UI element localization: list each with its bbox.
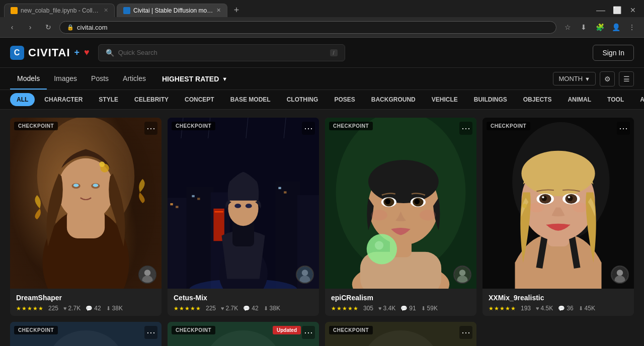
nav-articles[interactable]: Articles xyxy=(116,68,153,90)
new-tab-button[interactable]: + xyxy=(229,3,244,17)
svg-point-56 xyxy=(420,210,436,221)
model-card-bottom2[interactable]: CHECKPOINT Updated ⋯ xyxy=(168,322,319,346)
card-info-dreamshaer: DreamShaper ★ ★ ★ ★ ★ 225 ♥ 2.7K xyxy=(10,289,162,316)
rating-count-epic: 305 xyxy=(363,305,373,312)
stars-dreamshaer: ★ ★ ★ ★ ★ xyxy=(16,305,43,312)
address-bar: ‹ › ↻ 🔒 civitai.com ☆ ⬇ 🧩 👤 ⋮ xyxy=(0,17,644,37)
download-icon-epic: ⬇ xyxy=(421,305,426,312)
svg-point-6 xyxy=(73,184,79,187)
card-image-xxmix: CHECKPOINT ⋯ xyxy=(482,118,634,289)
cat-tool[interactable]: TOOL xyxy=(601,93,630,106)
svg-point-58 xyxy=(459,270,465,276)
url-text: civitai.com xyxy=(77,24,108,31)
cat-action[interactable]: ACTION xyxy=(633,93,644,106)
card-menu-xxmix[interactable]: ⋯ xyxy=(617,122,630,135)
minimize-button[interactable]: — xyxy=(594,3,608,17)
highest-rated-button[interactable]: HIGHEST RATED ▼ xyxy=(157,72,232,86)
comments-epic: 💬 91 xyxy=(400,305,416,312)
svg-point-53 xyxy=(367,234,397,264)
nav-models[interactable]: Models xyxy=(10,68,47,90)
menu-icon[interactable]: ⋮ xyxy=(625,20,639,34)
view-toggle-button[interactable]: ☰ xyxy=(619,71,634,86)
url-bar[interactable]: 🔒 civitai.com xyxy=(59,21,556,34)
model-card-dreamshaer[interactable]: CHECKPOINT ⋯ DreamShaper ★ ★ ★ xyxy=(10,118,162,316)
month-filter-button[interactable]: MONTH ▼ xyxy=(553,72,596,85)
card-stats-epic: ★ ★ ★ ★ ★ 305 ♥ 3.4K 💬 91 xyxy=(331,305,470,312)
svg-point-74 xyxy=(529,203,544,212)
cat-poses[interactable]: POSES xyxy=(328,93,361,106)
model-card-xxmix[interactable]: CHECKPOINT ⋯ XXMix_9realistic ★ ★ ★ xyxy=(482,118,634,316)
nav-posts[interactable]: Posts xyxy=(84,68,116,90)
svg-rect-26 xyxy=(215,211,223,212)
lock-icon: 🔒 xyxy=(67,24,74,31)
card-image-bottom3: CHECKPOINT ⋯ xyxy=(325,322,476,346)
logo-plus-icon[interactable]: + xyxy=(74,47,80,58)
cat-base-model[interactable]: BASE MODEL xyxy=(224,93,277,106)
tab-colab[interactable]: new_colab_file.ipynb - Collabora... ✕ xyxy=(4,4,115,17)
model-card-bottom3[interactable]: CHECKPOINT ⋯ xyxy=(325,322,476,346)
card-menu-cetus[interactable]: ⋯ xyxy=(302,122,315,135)
checkpoint-badge-cetus: CHECKPOINT xyxy=(172,122,215,130)
checkpoint-badge-bottom3: CHECKPOINT xyxy=(329,326,373,334)
card-info-xxmix: XXMix_9realistic ★ ★ ★ ★ ★ 193 ♥ 4.5K xyxy=(482,289,634,316)
back-button[interactable]: ‹ xyxy=(5,20,19,34)
model-card-bottom1[interactable]: CHECKPOINT ⋯ xyxy=(10,322,162,346)
extension-icon[interactable]: 🧩 xyxy=(593,20,607,34)
svg-point-71 xyxy=(542,196,544,198)
cat-buildings[interactable]: BUILDINGS xyxy=(467,93,514,106)
likes-cetus: ♥ 2.7K xyxy=(221,305,238,312)
tab-close-civitai[interactable]: ✕ xyxy=(216,7,221,14)
cat-clothing[interactable]: CLOTHING xyxy=(280,93,325,106)
heart-icon-epic: ♥ xyxy=(378,305,382,311)
tab-civitai[interactable]: Civitai | Stable Diffusion models... ✕ xyxy=(117,4,227,17)
search-bar[interactable]: 🔍 Quick Search / xyxy=(98,44,345,61)
cat-objects[interactable]: OBJECTS xyxy=(517,93,558,106)
downloads-cetus: ⬇ 38K xyxy=(264,305,280,312)
downloads-dreamshaer: ⬇ 38K xyxy=(106,305,123,312)
card-menu-bottom2[interactable]: ⋯ xyxy=(302,326,315,339)
cat-vehicle[interactable]: VEHICLE xyxy=(425,93,464,106)
svg-point-54 xyxy=(375,241,383,249)
cat-background[interactable]: BACKGROUND xyxy=(365,93,422,106)
download-icon[interactable]: ⬇ xyxy=(577,20,591,34)
forward-button[interactable]: › xyxy=(23,20,37,34)
card-menu-dreamshaer[interactable]: ⋯ xyxy=(144,122,157,135)
cat-character[interactable]: CHARACTER xyxy=(38,93,89,106)
cat-celebrity[interactable]: CELEBRITY xyxy=(128,93,175,106)
svg-point-32 xyxy=(246,204,252,208)
card-menu-bottom3[interactable]: ⋯ xyxy=(459,326,472,339)
svg-point-72 xyxy=(568,196,570,198)
model-card-cetus[interactable]: CHECKPOINT ⋯ Cetus-Mix ★ ★ ★ xyxy=(168,118,319,316)
svg-point-77 xyxy=(617,270,623,276)
card-menu-epic[interactable]: ⋯ xyxy=(459,122,472,135)
tab-close-colab[interactable]: ✕ xyxy=(104,7,108,14)
model-card-epic[interactable]: CHECKPOINT ⋯ epiCRealism ★ ★ ★ xyxy=(325,118,476,316)
card-image-dreamshaer: CHECKPOINT ⋯ xyxy=(10,118,162,289)
avatar-cetus xyxy=(296,266,314,284)
filter-icon-button[interactable]: ⚙ xyxy=(600,71,615,86)
search-icon: 🔍 xyxy=(106,49,114,57)
cat-all[interactable]: ALL xyxy=(10,93,35,106)
maximize-button[interactable]: ⬜ xyxy=(610,3,624,17)
nav-bar: Models Images Posts Articles HIGHEST RAT… xyxy=(0,68,644,90)
download-icon-xxmix: ⬇ xyxy=(579,305,583,312)
svg-point-73 xyxy=(523,204,527,208)
cat-concept[interactable]: CONCEPT xyxy=(178,93,221,106)
svg-rect-22 xyxy=(197,198,200,200)
close-button[interactable]: ✕ xyxy=(626,3,640,17)
svg-point-69 xyxy=(541,196,547,201)
bookmark-icon[interactable]: ☆ xyxy=(560,20,575,34)
card-image-epic: CHECKPOINT ⋯ xyxy=(325,118,476,289)
logo-heart-icon[interactable]: ♥ xyxy=(84,47,90,58)
cat-animal[interactable]: ANIMAL xyxy=(561,93,598,106)
downloads-epic: ⬇ 59K xyxy=(421,305,438,312)
card-menu-bottom1[interactable]: ⋯ xyxy=(144,326,157,339)
nav-images[interactable]: Images xyxy=(47,68,84,90)
card-image-bottom1: CHECKPOINT ⋯ xyxy=(10,322,162,346)
profile-icon[interactable]: 👤 xyxy=(609,20,623,34)
rating-count-xxmix: 193 xyxy=(521,305,531,312)
reload-button[interactable]: ↻ xyxy=(41,20,55,34)
sign-in-button[interactable]: Sign In xyxy=(593,45,634,61)
site-logo[interactable]: C CIVITAI + ♥ xyxy=(10,46,90,60)
cat-style[interactable]: STYLE xyxy=(92,93,125,106)
